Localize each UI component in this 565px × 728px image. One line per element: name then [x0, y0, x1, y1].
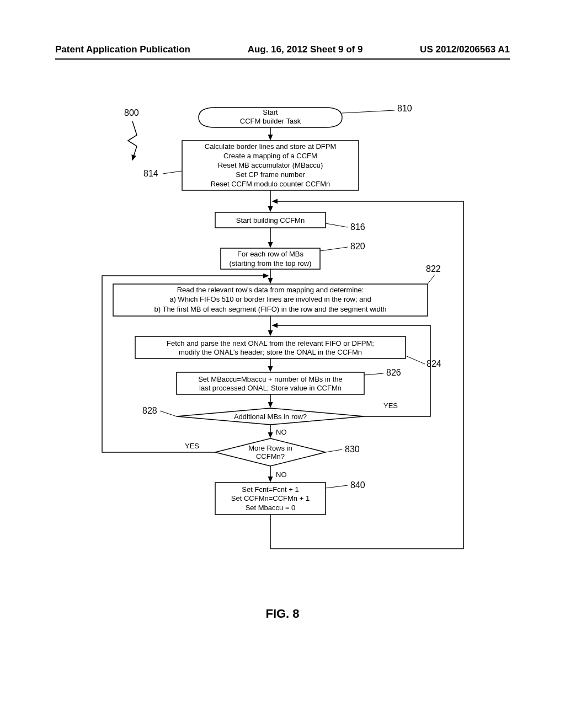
- page: Patent Application Publication Aug. 16, …: [0, 0, 565, 728]
- leader-820: [320, 247, 348, 251]
- ref-820: 820: [350, 242, 365, 251]
- b840-l1: Set Fcnt=Fcnt + 1: [242, 485, 299, 494]
- figure-label: FIG. 8: [0, 607, 565, 621]
- b824-l1: Fetch and parse the next ONAL from the r…: [167, 339, 374, 347]
- b840-l3: Set Mbaccu = 0: [246, 504, 296, 512]
- header-center: Aug. 16, 2012 Sheet 9 of 9: [248, 44, 363, 55]
- d830-l2: CCFMn?: [256, 452, 285, 461]
- b814-l2: Create a mapping of a CCFM: [223, 152, 317, 160]
- ref-800: 800: [124, 108, 139, 117]
- exit-840: [270, 515, 463, 549]
- yes-830: YES: [185, 442, 199, 450]
- b822-l1: Read the relevant row's data from mappin…: [177, 286, 364, 294]
- ref-824: 824: [427, 359, 441, 368]
- page-header: Patent Application Publication Aug. 16, …: [55, 44, 510, 60]
- b814-l5: Reset CCFM modulo counter CCFMn: [211, 180, 331, 188]
- leader-814: [163, 171, 182, 174]
- ref-822: 822: [426, 264, 441, 274]
- b840-l2: Set CCFMn=CCFMn + 1: [231, 494, 310, 502]
- leader-824: [406, 356, 425, 364]
- header-right: US 2012/0206563 A1: [420, 44, 510, 55]
- header-left: Patent Application Publication: [55, 44, 190, 55]
- d828: Additional MBs in row?: [234, 413, 307, 421]
- zigzag-arrow: [128, 121, 137, 160]
- leader-822: [428, 275, 435, 284]
- b826-l2: last processed ONAL; Store value in CCFM…: [199, 384, 342, 392]
- b814-l1: Calculate border lines and store at DFPM: [205, 142, 336, 151]
- b814-l4: Set CP frame number: [236, 170, 305, 179]
- leader-830: [326, 449, 342, 452]
- d830-l1: More Rows in: [248, 444, 292, 452]
- no-828: NO: [276, 428, 287, 436]
- leader-828: [160, 411, 177, 416]
- ref-830: 830: [345, 445, 360, 454]
- ref-828: 828: [142, 406, 157, 415]
- flowchart: 800 Start CCFM builder Task 810 Calculat…: [77, 99, 497, 596]
- yes-828: YES: [383, 402, 398, 410]
- ref-814: 814: [143, 169, 158, 178]
- leader-816: [326, 223, 348, 227]
- b822-l3: b) The first MB of each segment (FIFO) i…: [154, 305, 387, 313]
- ref-840: 840: [350, 480, 365, 490]
- leader-826: [364, 373, 383, 375]
- b820-l2: (starting from the top row): [230, 259, 312, 267]
- b822-l2: a) Which FIFOs 510 or border lines are i…: [169, 295, 371, 303]
- b826-l1: Set MBaccu=Mbaccu + number of MBs in the: [198, 375, 343, 383]
- ref-816: 816: [350, 222, 365, 232]
- leader-810: [342, 110, 395, 113]
- ref-826: 826: [386, 368, 401, 377]
- b816: Start building CCFMn: [236, 216, 305, 224]
- start-line1: Start: [263, 108, 278, 116]
- start-line2: CCFM builder Task: [240, 117, 301, 125]
- leader-840: [326, 485, 348, 488]
- no-830: NO: [276, 470, 287, 479]
- ref-810: 810: [397, 104, 412, 113]
- b820-l1: For each row of MBs: [237, 250, 303, 258]
- b824-l2: modify the ONAL's header; store the ONAL…: [179, 348, 362, 356]
- b814-l3: Reset MB accumulator (MBaccu): [218, 161, 323, 169]
